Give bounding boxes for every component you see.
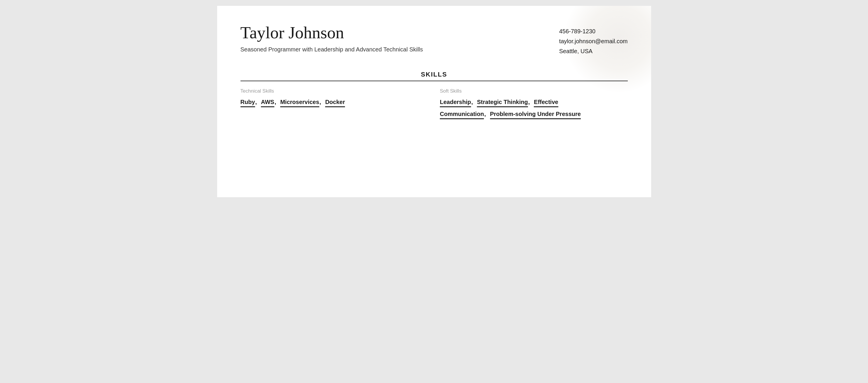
skill-problem-solving-text: Problem-solving Under Pressure xyxy=(490,111,581,117)
skill-leadership-underline xyxy=(440,106,471,107)
candidate-tagline: Seasoned Programmer with Leadership and … xyxy=(241,46,559,53)
skill-microservices: Microservices , xyxy=(280,99,321,107)
skill-communication: Communication , xyxy=(440,111,486,119)
technical-skills-row: Ruby , AWS , xyxy=(241,99,429,107)
skill-effective-underline xyxy=(534,106,558,107)
contact-phone: 456-789-1230 xyxy=(559,26,628,36)
contact-location: Seattle, USA xyxy=(559,46,628,56)
skill-strategic-thinking-underline xyxy=(477,106,528,107)
soft-skills-label: Soft Skills xyxy=(440,88,628,94)
skill-docker-underline xyxy=(325,106,345,107)
skills-section: SKILLS Technical Skills Ruby , xyxy=(241,71,628,123)
skill-communication-text: Communication xyxy=(440,111,484,117)
soft-skills-row2: Communication , Problem-solving Under Pr… xyxy=(440,111,628,119)
candidate-name: Taylor Johnson xyxy=(241,23,559,42)
skill-effective: Effective xyxy=(534,99,558,107)
soft-skills-row1: Leadership , Strategic Thinking , xyxy=(440,99,628,107)
skill-leadership: Leadership , xyxy=(440,99,473,107)
skill-microservices-underline xyxy=(280,106,319,107)
header-contact: 456-789-1230 taylor.johnson@email.com Se… xyxy=(559,23,628,56)
contact-email: taylor.johnson@email.com xyxy=(559,36,628,46)
skill-effective-text: Effective xyxy=(534,99,558,106)
skill-docker-text: Docker xyxy=(325,99,345,106)
skill-strategic-thinking-text: Strategic Thinking xyxy=(477,99,528,106)
skill-leadership-text: Leadership xyxy=(440,99,471,106)
skill-communication-underline xyxy=(440,118,484,119)
header-section: Taylor Johnson Seasoned Programmer with … xyxy=(241,23,628,56)
skill-aws-underline xyxy=(261,106,274,107)
skills-columns: Technical Skills Ruby , AWS xyxy=(241,88,628,123)
skill-strategic-thinking: Strategic Thinking , xyxy=(477,99,530,107)
skill-ruby-underline xyxy=(241,106,255,107)
skill-ruby: Ruby , xyxy=(241,99,257,107)
skills-section-title: SKILLS xyxy=(241,71,628,78)
skill-problem-solving: Problem-solving Under Pressure xyxy=(490,111,581,119)
soft-skills-column: Soft Skills Leadership , Strat xyxy=(434,88,628,123)
skill-microservices-text: Microservices xyxy=(280,99,319,106)
resume-page: Taylor Johnson Seasoned Programmer with … xyxy=(217,6,651,197)
technical-skills-label: Technical Skills xyxy=(241,88,429,94)
technical-skills-column: Technical Skills Ruby , AWS xyxy=(241,88,434,123)
skill-docker: Docker xyxy=(325,99,345,107)
skill-problem-solving-underline xyxy=(490,118,581,119)
skill-aws: AWS , xyxy=(261,99,276,107)
skill-aws-text: AWS xyxy=(261,99,274,106)
header-left: Taylor Johnson Seasoned Programmer with … xyxy=(241,23,559,53)
skills-divider xyxy=(241,81,628,81)
page-wrapper: 1 of 1 Taylor Johnson Seasoned Programme… xyxy=(217,6,651,197)
skill-ruby-text: Ruby xyxy=(241,99,255,106)
